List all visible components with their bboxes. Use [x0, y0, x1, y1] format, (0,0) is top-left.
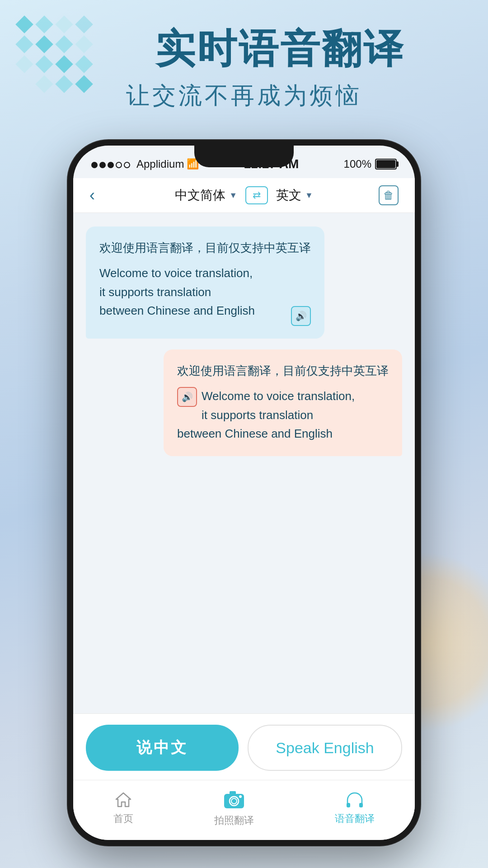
tab-home[interactable]: 首页 [113, 789, 133, 826]
tab-bar: 首页 拍照翻译 [73, 780, 415, 840]
tab-voice-label: 语音翻译 [335, 812, 375, 826]
svg-rect-5 [347, 803, 350, 807]
status-right: 100% [344, 158, 397, 170]
main-title: 实时语音翻译 [0, 27, 488, 71]
svg-rect-6 [359, 803, 363, 807]
speaker-right-icon[interactable]: 🔊 [291, 306, 311, 326]
message-bubble-right: 欢迎使用语言翻译，目前仅支持中英互译 🔊 Welcome to voice tr… [164, 349, 402, 456]
message-left-chinese: 欢迎使用语言翻译，目前仅支持中英互译 [99, 239, 311, 257]
message-right-english: 🔊 Welcome to voice translation, it suppo… [177, 387, 389, 443]
phone-mockup: Applidium 📶 11:27 AM 100% ‹ [68, 140, 420, 845]
message-bubble-left: 欢迎使用语言翻译，目前仅支持中英互译 Welcome to voice tran… [86, 226, 324, 339]
signal-dots [91, 157, 132, 171]
nav-center: 中文简体 ▼ ⇄ 英文 ▼ [112, 186, 376, 204]
speak-chinese-button[interactable]: 说中文 [86, 725, 239, 771]
message-left-english: Welcome to voice translation, it support… [99, 264, 311, 321]
carrier-name: Applidium [136, 158, 184, 170]
phone-notch [194, 146, 294, 167]
target-language-label: 英文 [276, 187, 301, 204]
trash-icon: 🗑 [383, 189, 394, 202]
delete-history-area: 🗑 [376, 185, 399, 205]
tab-photo-label: 拍照翻译 [214, 814, 254, 827]
battery-percent: 100% [344, 158, 371, 170]
swap-icon: ⇄ [253, 189, 261, 201]
swap-languages-button[interactable]: ⇄ [245, 186, 268, 204]
back-button[interactable]: ‹ [89, 186, 112, 205]
target-language-selector[interactable]: 英文 ▼ [276, 187, 313, 204]
target-lang-arrow: ▼ [305, 191, 313, 200]
svg-point-4 [239, 795, 242, 798]
phone-body: Applidium 📶 11:27 AM 100% ‹ [68, 140, 420, 845]
speak-english-button[interactable]: Speak English [248, 725, 402, 771]
chat-area: 欢迎使用语言翻译，目前仅支持中英互译 Welcome to voice tran… [73, 213, 415, 713]
tab-voice-translate[interactable]: 语音翻译 [335, 789, 375, 826]
speak-buttons-row: 说中文 Speak English [86, 725, 402, 771]
message-right-chinese: 欢迎使用语言翻译，目前仅支持中英互译 [177, 362, 389, 380]
tab-photo-translate[interactable]: 拍照翻译 [214, 788, 254, 827]
status-left: Applidium 📶 [91, 157, 199, 171]
svg-rect-3 [230, 791, 236, 795]
phone-nav-bar: ‹ 中文简体 ▼ ⇄ 英文 ▼ 🗑 [73, 178, 415, 213]
subtitle: 让交流不再成为烦恼 [0, 80, 488, 112]
camera-icon [222, 788, 246, 811]
speak-buttons-area: 说中文 Speak English [73, 713, 415, 780]
tab-home-label: 首页 [113, 812, 133, 826]
speaker-left-icon[interactable]: 🔊 [177, 387, 197, 407]
home-icon [113, 789, 133, 809]
battery-icon [375, 159, 397, 170]
phone-screen: Applidium 📶 11:27 AM 100% ‹ [73, 146, 415, 840]
source-language-selector[interactable]: 中文简体 ▼ [175, 187, 237, 204]
source-lang-arrow: ▼ [229, 191, 237, 200]
source-language-label: 中文简体 [175, 187, 225, 204]
title-area: 实时语音翻译 让交流不再成为烦恼 [0, 27, 488, 112]
delete-history-button[interactable]: 🗑 [379, 185, 399, 205]
headphones-icon [345, 789, 365, 809]
